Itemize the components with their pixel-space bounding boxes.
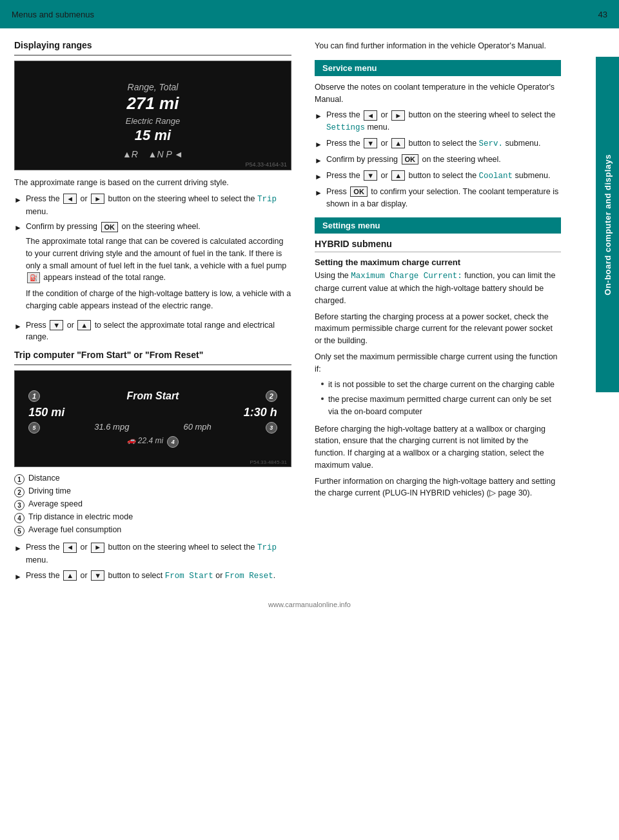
max-charge-para3: Only set the maximum permissible charge … — [315, 351, 561, 375]
displaying-ranges-heading: Displaying ranges — [14, 40, 291, 50]
dot-item-1: it is not possible to set the charge cur… — [321, 379, 561, 391]
up-btn-2: ▲ — [63, 570, 77, 581]
arrow-icon-s5: ► — [315, 187, 322, 199]
displaying-ranges-section: Displaying ranges Range, Total 271 mi El… — [14, 40, 291, 343]
trip-data-row-1: 150 mi 1:30 h — [28, 406, 277, 419]
trip-car-icon: 🚗 — [127, 436, 138, 448]
trip-data-row-2: 5 31.6 mpg 60 mph 3 — [28, 422, 277, 434]
range-sub-text-2: If the condition of charge of the high-v… — [26, 288, 291, 312]
max-charge-para2: Before starting the charging process at … — [315, 311, 561, 347]
left-btn-s1: ◄ — [364, 110, 377, 121]
range-bottom-bar: ▲R ▲N P ◄ — [123, 149, 183, 159]
trip-circle-5-wrap: 5 — [28, 422, 40, 434]
watermark-2: P54.33-4845-31 — [250, 459, 287, 465]
up-btn-s4: ▲ — [391, 170, 405, 181]
trip-num-4: 4 — [167, 436, 179, 448]
trip-bullets: ► Press the ◄ or ► button on the steerin… — [14, 541, 291, 583]
service-bullet-2-text: Press the ▼ or ▲ button to select the Se… — [326, 137, 541, 150]
range-label-1: Range, Total — [128, 82, 179, 92]
trip-mpg: 31.6 mpg — [94, 422, 129, 434]
arrow-icon-4: ► — [14, 543, 22, 554]
serv-highlight: Serv. — [479, 139, 504, 148]
trip-speed: 60 mph — [183, 422, 211, 434]
service-bullet-3: ► Confirm by pressing OK on the steering… — [315, 154, 561, 166]
range-bullets: ► Press the ◄ or ► button on the steerin… — [14, 193, 291, 343]
service-bullet-4: ► Press the ▼ or ▲ button to select the … — [315, 170, 561, 183]
range-display-screen: Range, Total 271 mi Electric Range 15 mi… — [14, 61, 291, 170]
legend-num-5: 5 — [14, 526, 25, 536]
range-bullet-2-text: Confirm by pressing OK on the steering w… — [26, 221, 291, 315]
footer-url: www.carmanualonline.info — [0, 601, 619, 614]
range-body-text: The approximate range is based on the cu… — [14, 177, 291, 189]
range-value-2: 15 mi — [135, 127, 171, 144]
dot-label-2: the precise maximum permitted charge cur… — [328, 394, 561, 418]
hybrid-submenu-heading: HYBRID submenu — [315, 239, 561, 249]
ok-btn-s5: OK — [350, 186, 368, 197]
trip-bullet-2: ► Press the ▲ or ▼ button to select From… — [14, 570, 291, 583]
gear-indicator: ▲R ▲N P ◄ — [123, 149, 183, 159]
max-charge-dot-list: it is not possible to set the charge cur… — [315, 379, 561, 417]
legend-label-4: Trip distance in electric mode — [28, 512, 133, 521]
service-menu-section: Service menu Observe the notes on coolan… — [315, 60, 561, 210]
dot-2 — [321, 397, 324, 400]
service-menu-banner: Service menu — [315, 60, 561, 76]
pump-icon: ⛽ — [27, 272, 40, 283]
trip-time: 1:30 h — [244, 406, 277, 419]
trip-car-row: 🚗 22.4 mi 4 — [28, 436, 277, 448]
legend-label-3: Average speed — [28, 499, 83, 508]
trip-highlight-1: Trip — [257, 195, 277, 204]
legend-label-2: Driving time — [28, 486, 71, 495]
watermark-1: P54.33-4164-31 — [245, 161, 287, 168]
arrow-icon-s3: ► — [315, 155, 322, 166]
from-start-highlight: From Start — [165, 572, 213, 581]
left-btn-2: ◄ — [63, 543, 77, 553]
legend-num-3: 3 — [14, 500, 25, 510]
range-value-1: 271 mi — [127, 94, 179, 114]
from-reset-highlight: From Reset — [225, 572, 273, 581]
ok-btn-s3: OK — [402, 154, 419, 165]
left-btn-1: ◄ — [63, 194, 77, 204]
max-charge-intro: Using the Maximum Charge Current: functi… — [315, 270, 561, 306]
service-bullet-1: ► Press the ◄ or ► button on the steerin… — [315, 109, 561, 134]
coolant-highlight: Coolant — [479, 172, 513, 181]
legend-item-3: 3Average speed — [14, 499, 291, 510]
trip-num-2: 2 — [266, 390, 277, 402]
arrow-icon-s1: ► — [315, 110, 322, 122]
service-bullet-4-text: Press the ▼ or ▲ button to select the Co… — [326, 170, 551, 183]
header-bar: Menus and submenus 43 — [0, 0, 619, 28]
max-charge-para5: Further information on charging the high… — [315, 475, 561, 500]
trip-legend: 1Distance 2Driving time 3Average speed 4… — [14, 474, 291, 536]
trip-bullet-2-text: Press the ▲ or ▼ button to select From S… — [26, 570, 275, 583]
settings-menu-banner: Settings menu — [315, 217, 561, 234]
settings-menu-section: Settings menu HYBRID submenu Setting the… — [315, 217, 561, 499]
max-charge-para4: Before charging the high-voltage battery… — [315, 423, 561, 472]
divider-1 — [14, 55, 291, 55]
trip-inner: 1 From Start 2 150 mi 1:30 h 5 31.6 mpg … — [26, 390, 280, 448]
service-bullet-1-text: Press the ◄ or ► button on the steering … — [326, 109, 561, 134]
right-btn-2: ► — [91, 543, 104, 553]
up-btn-s2: ▲ — [391, 138, 405, 148]
trip-highlight-2: Trip — [257, 543, 277, 552]
ok-btn-1: OK — [101, 222, 119, 232]
up-btn-1: ▲ — [77, 320, 91, 330]
trip-title-row: 1 From Start 2 — [28, 390, 277, 402]
header-title: Menus and submenus — [12, 10, 94, 19]
range-sub-text: The approximate total range that can be … — [26, 235, 291, 284]
service-bullet-2: ► Press the ▼ or ▲ button to select the … — [315, 137, 561, 150]
legend-label-1: Distance — [28, 474, 60, 483]
trip-computer-section: Trip computer "From Start" or "From Rese… — [14, 350, 291, 583]
range-bullet-2: ► Confirm by pressing OK on the steering… — [14, 221, 291, 315]
legend-num-4: 4 — [14, 513, 25, 523]
service-intro: Observe the notes on coolant temperature… — [315, 81, 561, 106]
settings-highlight: Settings — [326, 123, 365, 132]
service-bullet-3-text: Confirm by pressing OK on the steering w… — [326, 154, 501, 166]
range-label-2: Electric Range — [126, 116, 181, 126]
down-btn-1: ▼ — [50, 320, 63, 330]
left-column: Displaying ranges Range, Total 271 mi El… — [0, 40, 303, 588]
legend-num-2: 2 — [14, 487, 25, 497]
legend-item-5: 5Average fuel consumption — [14, 525, 291, 536]
trip-circle-4-wrap: 4 — [167, 436, 179, 448]
range-bullet-3: ► Press ▼ or ▲ to select the approximate… — [14, 319, 291, 344]
trip-title: From Start — [127, 390, 179, 402]
right-btn-1: ► — [91, 194, 104, 204]
